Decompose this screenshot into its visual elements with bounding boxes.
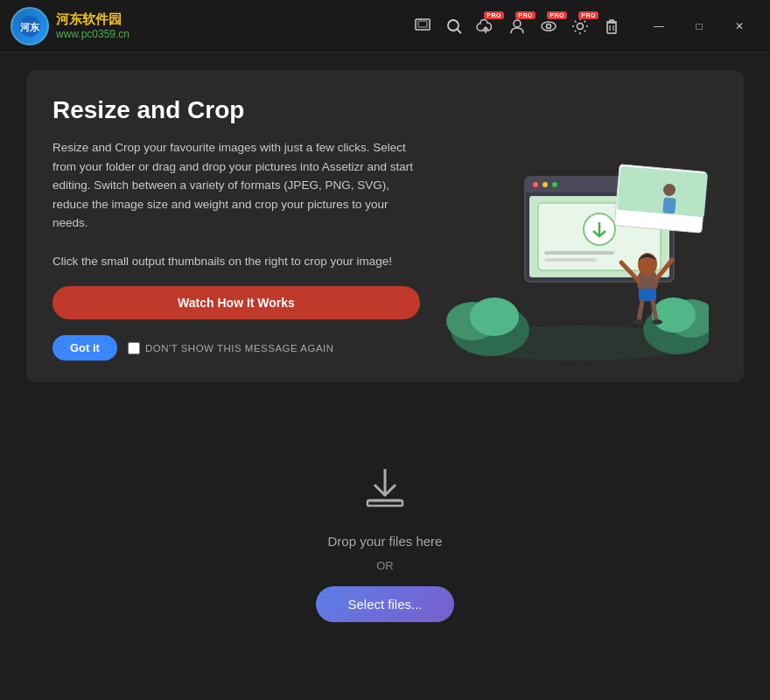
- svg-point-17: [470, 298, 519, 336]
- card-footer: Got it DON'T SHOW THIS MESSAGE AGAIN: [52, 335, 420, 360]
- drop-text: Drop your files here: [328, 534, 443, 549]
- site-url: www.pc0359.cn: [56, 28, 130, 40]
- svg-point-4: [448, 20, 458, 31]
- user-tool[interactable]: PRO: [508, 17, 527, 36]
- logo-icon: 河东: [10, 7, 49, 46]
- card-title: Resize and Crop: [52, 96, 420, 124]
- svg-rect-44: [544, 258, 597, 262]
- svg-point-25: [552, 182, 557, 187]
- pro-badge-2: PRO: [515, 11, 536, 19]
- info-card-text: Resize and Crop Resize and Crop your fav…: [52, 96, 420, 360]
- svg-line-5: [458, 29, 462, 33]
- svg-point-7: [514, 20, 521, 27]
- info-card: Resize and Crop Resize and Crop your fav…: [26, 70, 744, 382]
- resize-crop-tool[interactable]: [413, 17, 432, 36]
- minimize-button[interactable]: —: [639, 12, 679, 40]
- settings-tool[interactable]: PRO: [570, 17, 590, 36]
- svg-point-24: [542, 182, 548, 187]
- trash-tool[interactable]: [602, 17, 621, 36]
- card-description: Resize and Crop your favourite images wi…: [52, 138, 420, 270]
- drop-zone[interactable]: Drop your files here OR Select files...: [316, 382, 453, 682]
- close-button[interactable]: ✕: [719, 12, 760, 40]
- or-text: OR: [376, 559, 394, 572]
- svg-rect-43: [544, 251, 614, 255]
- svg-line-39: [639, 301, 642, 321]
- illustration-svg: [446, 159, 709, 360]
- select-files-button[interactable]: Select files...: [316, 586, 453, 622]
- got-it-button[interactable]: Got it: [52, 335, 117, 360]
- pro-badge-3: PRO: [547, 11, 567, 19]
- eye-tool[interactable]: PRO: [539, 17, 558, 36]
- svg-point-8: [542, 22, 556, 31]
- site-name: 河东软件园: [56, 11, 130, 28]
- svg-rect-3: [418, 21, 427, 27]
- maximize-button[interactable]: □: [679, 12, 719, 40]
- svg-text:河东: 河东: [20, 22, 40, 32]
- pro-badge: PRO: [484, 11, 504, 19]
- svg-point-41: [633, 319, 643, 325]
- watch-how-it-works-button[interactable]: Watch How It Works: [52, 286, 420, 319]
- svg-rect-46: [368, 500, 402, 506]
- main-content: Resize and Crop Resize and Crop your fav…: [0, 52, 770, 700]
- dont-show-again-label[interactable]: DON'T SHOW THIS MESSAGE AGAIN: [128, 342, 334, 354]
- app-logo: 河东 河东软件园 www.pc0359.cn: [10, 7, 130, 46]
- svg-point-20: [652, 298, 696, 332]
- svg-rect-31: [617, 166, 708, 218]
- logo-text: 河东软件园 www.pc0359.cn: [56, 11, 130, 40]
- svg-point-9: [547, 24, 551, 28]
- dont-show-checkbox[interactable]: [128, 342, 140, 354]
- cloud-tool[interactable]: PRO: [476, 17, 495, 36]
- svg-rect-11: [607, 23, 616, 33]
- illustration-container: [438, 96, 718, 360]
- svg-point-23: [533, 182, 538, 187]
- pro-badge-4: PRO: [578, 11, 598, 19]
- download-icon: [359, 460, 411, 516]
- search-tool[interactable]: [444, 17, 464, 36]
- toolbar: PRO PRO PRO: [413, 17, 621, 36]
- titlebar: 河东 河东软件园 www.pc0359.cn: [0, 0, 770, 52]
- svg-point-42: [652, 319, 662, 325]
- svg-rect-33: [662, 198, 676, 214]
- svg-point-10: [578, 23, 584, 29]
